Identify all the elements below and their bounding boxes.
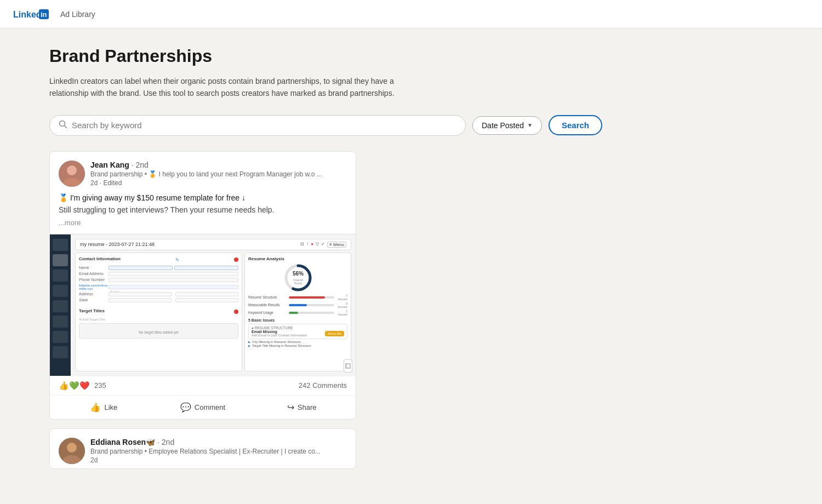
score-bar-2 bbox=[289, 304, 334, 306]
sidebar-item bbox=[53, 270, 68, 282]
comment-button[interactable]: 💬 Comment bbox=[153, 398, 253, 417]
content-area: Jean Kang · 2nd Brand partnership • 🏅 I … bbox=[49, 151, 773, 469]
svg-text:56%: 56% bbox=[292, 271, 303, 277]
address-field bbox=[109, 292, 172, 296]
post-meta-2: Eddiana Rosen🦋 · 2nd Brand partnership •… bbox=[90, 438, 347, 464]
post-text-main: 🏅 I'm giving away my $150 resume templat… bbox=[59, 193, 347, 202]
score-bar-1 bbox=[289, 296, 334, 299]
avatar-2 bbox=[59, 438, 85, 464]
analysis-title: Resume Analysis bbox=[248, 256, 347, 261]
post-time: 2d · Edited bbox=[90, 179, 347, 187]
svg-text:Linked: Linked bbox=[13, 10, 42, 19]
address-row: Address bbox=[79, 292, 238, 296]
score-bars: Resume Structure 7 Issues Measurable Res… bbox=[248, 294, 347, 316]
issue-item-1: ● RESUME STRUCTURE Email Missing Add Ema… bbox=[248, 324, 347, 339]
svg-line-4 bbox=[65, 125, 67, 128]
bar-label-3: Keyword Usage bbox=[248, 311, 287, 314]
edit-icon: ✎ bbox=[175, 257, 179, 262]
score-bar-3 bbox=[289, 312, 334, 314]
date-posted-label: Date Posted bbox=[482, 121, 524, 130]
error-dot bbox=[234, 257, 238, 262]
post-more-button[interactable]: ...more bbox=[59, 219, 81, 227]
main-content: Brand Partnerships LinkedIn creators can… bbox=[27, 28, 795, 486]
resume-save-icon: ⊡ bbox=[300, 242, 304, 248]
bar-label-2: Measurable Results bbox=[248, 303, 287, 307]
post-reactions: 👍💚❤️ 235 242 Comments bbox=[50, 376, 356, 395]
score-bar-row: Keyword Usage 1 Issues bbox=[248, 310, 347, 316]
reaction-icons: 👍💚❤️ bbox=[59, 381, 90, 391]
comment-label: Comment bbox=[195, 403, 225, 411]
linkedin-row: linkedin.com/in/tina-miller-nyc Twitter bbox=[79, 284, 238, 290]
post-card-2: Eddiana Rosen🦋 · 2nd Brand partnership •… bbox=[49, 428, 356, 469]
post-text-sub: Still struggling to get interviews? Then… bbox=[59, 205, 347, 214]
posts-column: Jean Kang · 2nd Brand partnership • 🏅 I … bbox=[49, 151, 356, 469]
search-icon bbox=[59, 120, 67, 131]
resume-check-icon: ✓ bbox=[321, 242, 325, 248]
resume-filter-icon: ▽ bbox=[316, 242, 319, 248]
resume-share-icon: ↑ bbox=[306, 242, 309, 248]
post-header-2: Eddiana Rosen🦋 · 2nd Brand partnership •… bbox=[50, 429, 356, 468]
sidebar-item bbox=[53, 346, 68, 358]
svg-rect-13 bbox=[346, 364, 350, 368]
right-space bbox=[369, 151, 773, 469]
target-title-row: ⊕ Add Target Title bbox=[79, 317, 238, 321]
like-button[interactable]: 👍 Like bbox=[54, 398, 153, 417]
ad-library-label: Ad Library bbox=[60, 10, 95, 19]
state-label: State bbox=[79, 298, 106, 302]
post-header: Jean Kang · 2nd Brand partnership • 🏅 I … bbox=[50, 152, 356, 191]
avatar bbox=[59, 161, 85, 187]
email-label: Email Address bbox=[79, 272, 106, 276]
search-bar: Date Posted ▼ Search bbox=[49, 115, 773, 136]
name-row: Name Tina Miller bbox=[79, 266, 238, 270]
sidebar-item bbox=[53, 254, 68, 266]
page-title: Brand Partnerships bbox=[49, 46, 773, 66]
email-field bbox=[109, 272, 238, 276]
target-error-dot bbox=[234, 310, 238, 314]
search-input[interactable] bbox=[72, 121, 456, 130]
phone-row: Phone Number bbox=[79, 278, 238, 282]
show-me-button[interactable]: Show Me bbox=[325, 331, 344, 336]
linkedin-logo-area: Linked in Ad Library bbox=[13, 8, 95, 20]
contact-info-title: Contact Information bbox=[79, 256, 121, 261]
share-label: Share bbox=[298, 403, 317, 411]
bar-label-1: Resume Structure bbox=[248, 295, 287, 299]
bar-fill-3 bbox=[289, 312, 298, 314]
share-button[interactable]: ↪ Share bbox=[252, 398, 351, 417]
no-target-note: No target titles added yet bbox=[79, 323, 238, 339]
issue-tag-2: Target Title Missing in Resume Structure bbox=[248, 344, 347, 347]
corner-icon bbox=[344, 359, 352, 373]
sidebar-item bbox=[53, 331, 68, 343]
sidebar-item bbox=[53, 239, 68, 251]
search-button[interactable]: Search bbox=[549, 115, 602, 135]
linkedin-logo: Linked in bbox=[13, 8, 57, 20]
reactions-left: 👍💚❤️ 235 bbox=[59, 381, 106, 391]
post-meta: Jean Kang · 2nd Brand partnership • 🏅 I … bbox=[90, 161, 347, 187]
post-author-name-2: Eddiana Rosen🦋 bbox=[90, 438, 155, 446]
name-label: Name bbox=[79, 266, 106, 270]
resume-topbar-title: my resume - 2023-07-27 21:21:48 bbox=[80, 242, 155, 247]
search-input-wrapper[interactable] bbox=[49, 115, 466, 136]
phone-field bbox=[109, 278, 238, 282]
first-name-field: Tina bbox=[109, 266, 173, 270]
score-circle-wrapper: 56% Overall Score bbox=[284, 264, 312, 292]
target-titles-title: Target Titles bbox=[79, 308, 105, 313]
post-author-line: Jean Kang · 2nd bbox=[90, 161, 347, 169]
post-image: my resume - 2023-07-27 21:21:48 ⊡ ↑ ● ▽ … bbox=[50, 234, 356, 376]
last-name-field: Miller bbox=[174, 266, 238, 270]
date-posted-button[interactable]: Date Posted ▼ bbox=[472, 116, 542, 135]
resume-right-panel: Resume Analysis 56% bbox=[244, 253, 351, 371]
header: Linked in Ad Library bbox=[0, 0, 822, 28]
bar-count-2: 3 Issues bbox=[336, 302, 347, 308]
post-time-2: 2d bbox=[90, 456, 347, 464]
reaction-count: 235 bbox=[94, 381, 106, 390]
svg-point-16 bbox=[67, 443, 77, 453]
resume-main-content: my resume - 2023-07-27 21:21:48 ⊡ ↑ ● ▽ … bbox=[71, 234, 356, 376]
state-field bbox=[109, 298, 172, 302]
sidebar-item bbox=[53, 300, 68, 312]
post-brand-line-2: Brand partnership • Employee Relations S… bbox=[90, 448, 347, 455]
website-field bbox=[175, 298, 238, 302]
svg-text:Score: Score bbox=[294, 282, 301, 285]
resume-screenshot: my resume - 2023-07-27 21:21:48 ⊡ ↑ ● ▽ … bbox=[50, 234, 356, 376]
post-card: Jean Kang · 2nd Brand partnership • 🏅 I … bbox=[49, 151, 356, 420]
state-row: State bbox=[79, 298, 238, 302]
